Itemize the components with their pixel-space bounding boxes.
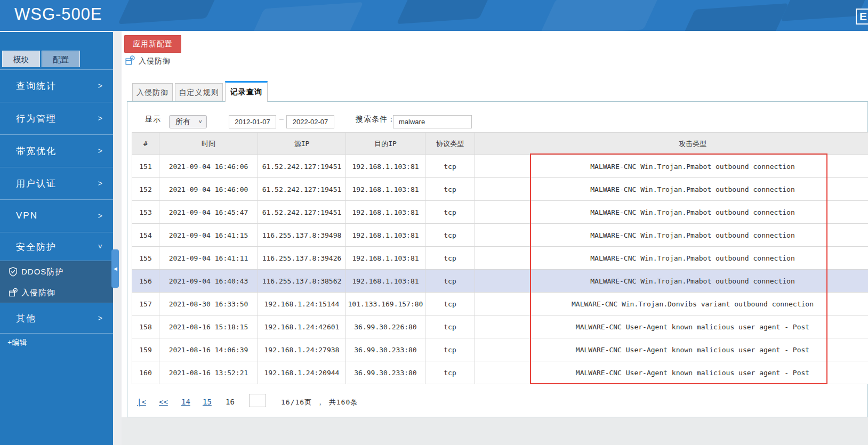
display-filter-value: 所有 — [175, 117, 190, 126]
search-label: 搜索条件： — [356, 115, 396, 124]
cell-attack-type: MALWARE-CNC Win.Trojan.Pmabot outbound c… — [475, 178, 868, 201]
records-table: # 时间 源IP 目的IP 协议类型 攻击类型 1512021-09-04 16… — [132, 132, 868, 384]
cell-attack-type: MALWARE-CNC User-Agent known malicious u… — [475, 338, 868, 361]
tab-custom-rules[interactable]: 自定义规则 — [175, 83, 223, 101]
cell-protocol: tcp — [425, 293, 475, 315]
table-row[interactable]: 1602021-08-16 13:52:21192.168.1.24:20944… — [132, 361, 868, 384]
cell-index: 156 — [132, 270, 159, 293]
sidebar-item-query-stats[interactable]: 查询统计 > — [0, 69, 113, 102]
cell-time: 2021-09-04 16:46:00 — [159, 178, 258, 201]
pagination-page-14[interactable]: 14 — [181, 398, 190, 406]
cell-attack-type: MALWARE-CNC User-Agent known malicious u… — [475, 361, 868, 384]
shield-check-icon — [8, 266, 18, 277]
tab-intrusion-defense[interactable]: 入侵防御 — [132, 83, 173, 101]
cell-protocol: tcp — [425, 361, 475, 384]
tab-modules[interactable]: 模块 — [2, 51, 40, 67]
table-row[interactable]: 1522021-09-04 16:46:0061.52.242.127:1945… — [132, 178, 868, 201]
cell-dest-ip: 192.168.1.103:81 — [346, 224, 425, 247]
keyboard-decor — [118, 0, 223, 24]
cell-dest-ip: 192.168.1.103:81 — [346, 247, 425, 270]
cell-index: 160 — [132, 361, 159, 384]
cell-time: 2021-08-16 15:18:15 — [159, 315, 258, 338]
table-row[interactable]: 1512021-09-04 16:46:0661.52.242.127:1945… — [132, 155, 868, 178]
cell-index: 158 — [132, 315, 159, 338]
table-row-selected[interactable]: 1562021-09-04 16:40:43116.255.137.8:3856… — [132, 270, 868, 293]
sidebar-item-label: 入侵防御 — [21, 287, 55, 297]
sidebar-item-bandwidth[interactable]: 带宽优化 > — [0, 134, 113, 167]
edit-menu-link[interactable]: +编辑 — [7, 338, 27, 347]
chevron-down-icon: ˅ — [199, 116, 202, 128]
sidebar-item-ddos[interactable]: DDOS防护 — [0, 261, 113, 282]
cell-source-ip: 192.168.1.24:42601 — [258, 315, 346, 338]
cell-dest-ip: 36.99.30.226:80 — [346, 315, 425, 338]
cell-dest-ip: 192.168.1.103:81 — [346, 201, 425, 224]
col-header-protocol: 协议类型 — [425, 133, 475, 155]
cell-source-ip: 116.255.137.8:38562 — [258, 270, 346, 293]
intrusion-defense-icon — [124, 55, 135, 66]
chevron-right-icon: > — [98, 82, 102, 90]
sidebar-gutter — [113, 31, 122, 445]
cell-protocol: tcp — [425, 201, 475, 224]
cell-index: 159 — [132, 338, 159, 361]
sidebar-item-label: DDOS防护 — [21, 266, 63, 277]
chevron-right-icon: > — [98, 147, 102, 155]
col-header-index: # — [132, 133, 159, 155]
date-to-input[interactable] — [286, 115, 334, 128]
wsg-500e-app: WSG-500E E 模块 配置 查询统计 > 行为管理 > 带宽优化 > 用户… — [0, 0, 868, 445]
table-row[interactable]: 1572021-08-30 16:33:50192.168.1.24:15144… — [132, 293, 868, 315]
col-header-dest-ip: 目的IP — [346, 133, 425, 155]
search-input[interactable] — [393, 115, 472, 128]
cell-source-ip: 116.255.137.8:39498 — [258, 224, 346, 247]
chevron-right-icon: > — [98, 179, 102, 188]
language-badge[interactable]: E — [856, 9, 868, 25]
cell-source-ip: 61.52.242.127:19451 — [258, 155, 346, 178]
sidebar: 模块 配置 查询统计 > 行为管理 > 带宽优化 > 用户认证 > VPN > — [0, 31, 113, 445]
table-row[interactable]: 1592021-08-16 14:06:39192.168.1.24:27938… — [132, 338, 868, 361]
cell-protocol: tcp — [425, 247, 475, 270]
table-row[interactable]: 1552021-09-04 16:41:11116.255.137.8:3942… — [132, 247, 868, 270]
divider — [0, 333, 113, 334]
sidebar-item-user-auth[interactable]: 用户认证 > — [0, 167, 113, 199]
pagination-jump-input[interactable] — [249, 394, 266, 407]
sidebar-collapse-handle[interactable]: ◄ — [111, 249, 119, 288]
keyboard-decor — [397, 0, 494, 24]
display-filter-select[interactable]: 所有 ˅ — [169, 115, 207, 128]
sidebar-item-label: 查询统计 — [16, 80, 57, 92]
pagination-page-15[interactable]: 15 — [203, 398, 212, 406]
sidebar-item-label: 带宽优化 — [16, 145, 57, 157]
table-row[interactable]: 1532021-09-04 16:45:4761.52.242.127:1945… — [132, 201, 868, 224]
pagination-prev-button[interactable]: << — [159, 398, 168, 406]
cell-protocol: tcp — [425, 155, 475, 178]
cell-index: 152 — [132, 178, 159, 201]
cell-time: 2021-09-04 16:41:11 — [159, 247, 258, 270]
cell-dest-ip: 36.99.30.233:80 — [346, 361, 425, 384]
keyboard-decor — [539, 0, 661, 31]
tab-record-query[interactable]: 记录查询 — [225, 81, 268, 102]
sidebar-item-intrusion-defense[interactable]: 入侵防御 — [0, 282, 113, 303]
sidebar-item-vpn[interactable]: VPN > — [0, 199, 113, 232]
tab-config[interactable]: 配置 — [42, 51, 80, 67]
cell-time: 2021-09-04 16:40:43 — [159, 270, 258, 293]
sidebar-item-security[interactable]: 安全防护 ˅ — [0, 232, 113, 261]
sidebar-item-label: 用户认证 — [16, 177, 57, 190]
sidebar-item-other[interactable]: 其他 > — [0, 303, 113, 333]
cell-attack-type: MALWARE-CNC User-Agent known malicious u… — [475, 315, 868, 338]
sidebar-menu: 查询统计 > 行为管理 > 带宽优化 > 用户认证 > VPN > 安全防护 ˅ — [0, 69, 113, 334]
cell-source-ip: 192.168.1.24:27938 — [258, 338, 346, 361]
page-bottom-strip — [122, 417, 868, 445]
cell-source-ip: 116.255.137.8:39426 — [258, 247, 346, 270]
records-table-wrap: # 时间 源IP 目的IP 协议类型 攻击类型 1512021-09-04 16… — [132, 132, 868, 384]
chevron-right-icon: > — [98, 114, 102, 123]
table-row[interactable]: 1542021-09-04 16:41:15116.255.137.8:3949… — [132, 224, 868, 247]
sidebar-item-label: 安全防护 — [16, 240, 57, 253]
sidebar-mode-tabs: 模块 配置 — [2, 51, 80, 67]
cell-dest-ip: 192.168.1.103:81 — [346, 178, 425, 201]
table-row[interactable]: 1582021-08-16 15:18:15192.168.1.24:42601… — [132, 315, 868, 338]
cell-attack-type: MALWARE-CNC Win.Trojan.Donvibs variant o… — [475, 293, 868, 315]
sidebar-item-behavior-mgmt[interactable]: 行为管理 > — [0, 102, 113, 134]
cell-source-ip: 192.168.1.24:15144 — [258, 293, 346, 315]
date-from-input[interactable] — [229, 115, 276, 128]
pagination-first-button[interactable]: |< — [137, 398, 146, 406]
apply-new-config-button[interactable]: 应用新配置 — [124, 35, 181, 53]
keyboard-decor — [781, 0, 868, 21]
